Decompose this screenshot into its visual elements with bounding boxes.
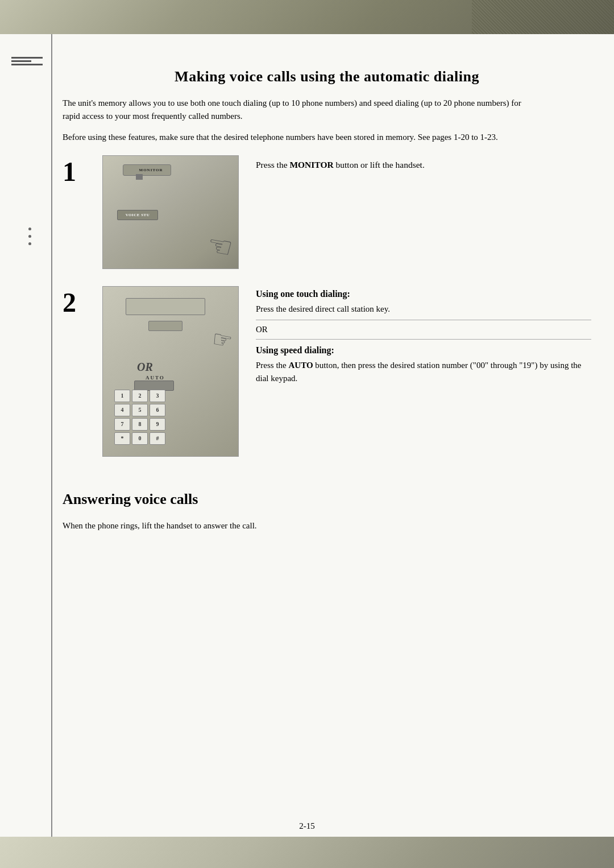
answering-text: When the phone rings, lift the handset t… [63,519,591,532]
intro-text-2: Before using these features, make sure t… [63,131,534,144]
keypad-key-1[interactable]: 1 [114,390,130,402]
bracket-line [11,57,43,59]
step-1-desc-text: Press the MONITOR button or lift the han… [256,158,591,171]
auto-label-image: AUTO [146,375,165,381]
direct-call-button [148,321,182,331]
monitor-button-image: MONITOR [123,164,171,176]
voice-stu-button: VOICE STU [117,210,158,220]
noise-patch [472,0,614,34]
one-touch-title: Using one touch dialing: [256,289,591,299]
separator [256,339,591,340]
answering-title: Answering voice calls [63,491,591,508]
left-decoration-dots [28,228,31,245]
keypad-key-8[interactable]: 8 [132,418,148,431]
step-2-description: Using one touch dialing: Press the desir… [256,286,591,388]
small-icon-image [136,174,143,180]
dot [28,235,31,238]
one-touch-text: Press the desired direct call station ke… [256,303,591,316]
or-divider-text: OR [256,325,591,334]
bracket-line [11,60,31,62]
keypad-key-6[interactable]: 6 [150,404,165,416]
speed-dialing-text: Press the AUTO button, then press the de… [256,359,591,385]
step-2-image: OR AUTO ↓ 123456789*0# ☞ [102,286,239,457]
or-label-image: OR [137,361,153,374]
main-content: Making voice calls using the automatic d… [63,40,591,834]
step-2-row: 2 OR AUTO ↓ 12345678 [63,286,591,457]
keypad-key-4[interactable]: 4 [114,404,130,416]
speed-dialing-title: Using speed dialing: [256,345,591,356]
voice-stu-label: VOICE STU [126,213,150,217]
intro-text-1: The unit's memory allows you to use both… [63,97,534,122]
display-strip [126,298,205,315]
side-bracket [11,57,43,65]
page-number: 2-15 [299,821,315,831]
keypad-key-#[interactable]: # [150,432,165,445]
step1-pre-text: Press the [256,160,289,170]
left-margin-line [51,34,52,837]
dot [28,242,31,245]
keypad-key-2[interactable]: 2 [132,390,148,402]
step1-bold-text: MONITOR [289,160,333,170]
page: Making voice calls using the automatic d… [0,0,614,868]
keypad-key-3[interactable]: 3 [150,390,165,402]
dot [28,228,31,230]
step-1-row: 1 MONITOR VOICE STU ☞ [63,155,591,269]
keypad-key-9[interactable]: 9 [150,418,165,431]
section1-title: Making voice calls using the automatic d… [63,68,591,85]
keypad-key-*[interactable]: * [114,432,130,445]
keypad-key-5[interactable]: 5 [132,404,148,416]
bracket-line [11,64,43,65]
step1-post-text: button or lift the handset. [334,160,425,170]
step-2-number: 2 [63,289,85,316]
separator [256,320,591,320]
step-1-image: MONITOR VOICE STU ☞ [102,155,239,269]
bottom-texture-bar [0,837,614,868]
keypad-grid: 123456789*0# [114,390,165,445]
step-1-description: Press the MONITOR button or lift the han… [256,155,591,171]
keypad-key-7[interactable]: 7 [114,418,130,431]
step-1-number: 1 [63,158,85,185]
speed-bold-text: AUTO [289,361,313,370]
monitor-button-label: MONITOR [139,168,163,172]
speed-pre-text: Press the [256,361,289,370]
steps-container: 1 MONITOR VOICE STU ☞ [63,155,591,457]
keypad-key-0[interactable]: 0 [132,432,148,445]
answering-section: Answering voice calls When the phone rin… [63,491,591,532]
